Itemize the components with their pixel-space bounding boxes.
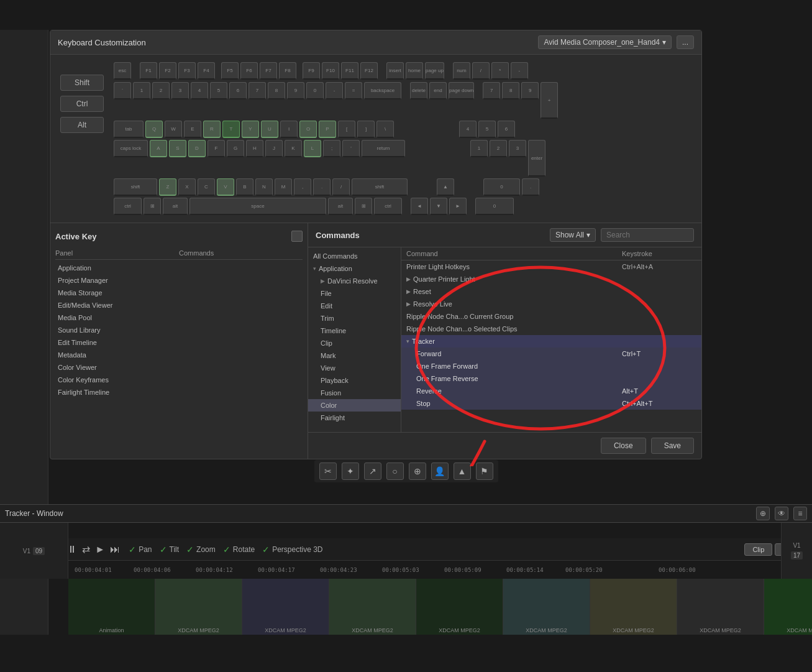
key-d[interactable]: D [188, 140, 206, 157]
key-backslash[interactable]: \ [376, 121, 394, 138]
key-8[interactable]: 8 [268, 82, 285, 99]
category-application[interactable]: ▾ Application [308, 262, 401, 275]
key-period[interactable]: . [313, 178, 331, 196]
list-item[interactable]: Fairlight Timeline [55, 387, 303, 398]
key-numstar[interactable]: * [491, 62, 509, 80]
pan-checkbox-item[interactable]: ✓ Pan [129, 545, 152, 555]
key-arrow-right[interactable]: ► [449, 198, 467, 215]
key-i[interactable]: I [280, 121, 298, 138]
key-f8[interactable]: F8 [279, 62, 296, 80]
key-0[interactable]: 0 [306, 82, 324, 99]
key-m[interactable]: M [275, 178, 292, 196]
key-num3[interactable]: 3 [509, 140, 526, 157]
key-return[interactable]: return [362, 140, 405, 157]
table-row[interactable]: One Frame Reverse [401, 372, 701, 385]
key-u[interactable]: U [261, 121, 278, 138]
loop-button[interactable]: ⇄ [81, 542, 91, 556]
list-item[interactable]: Color Viewer [55, 362, 303, 373]
tool-select-icon[interactable]: ↗ [364, 463, 381, 480]
table-row[interactable]: ▾ Tracker [401, 335, 701, 348]
key-slash[interactable]: / [332, 178, 350, 196]
key-esc[interactable]: esc [114, 62, 131, 80]
category-playback[interactable]: Playback [308, 374, 401, 387]
key-f5[interactable]: F5 [221, 62, 239, 80]
key-7[interactable]: 7 [249, 82, 266, 99]
key-z[interactable]: Z [159, 178, 176, 196]
category-fusion[interactable]: Fusion [308, 387, 401, 399]
key-home[interactable]: home [406, 62, 423, 80]
list-item[interactable]: Edit/Media Viewer [55, 300, 303, 311]
rotate-checkbox-item[interactable]: ✓ Rotate [223, 545, 255, 555]
key-6[interactable]: 6 [229, 82, 247, 99]
command-search-input[interactable] [601, 228, 694, 242]
list-item[interactable]: Edit Timeline [55, 337, 303, 348]
category-timeline[interactable]: Timeline [308, 324, 401, 337]
ctrl-modifier-key[interactable]: Ctrl [60, 96, 104, 112]
key-x[interactable]: X [178, 178, 196, 196]
key-1[interactable]: 1 [133, 82, 150, 99]
key-space[interactable]: space [189, 198, 326, 215]
list-item[interactable]: Application [55, 262, 303, 274]
key-pageup[interactable]: page up [425, 62, 444, 80]
play-button[interactable]: ► [94, 543, 106, 556]
key-comma[interactable]: , [294, 178, 311, 196]
key-s[interactable]: S [169, 140, 186, 157]
tool-flag-icon[interactable]: ⚑ [476, 463, 493, 480]
key-tab[interactable]: tab [114, 121, 144, 138]
key-f9[interactable]: F9 [303, 62, 320, 80]
key-equals[interactable]: = [345, 82, 362, 99]
key-a[interactable]: A [150, 140, 167, 157]
perspective-checkbox-item[interactable]: ✓ Perspective 3D [262, 545, 322, 555]
key-numslash[interactable]: / [472, 62, 490, 80]
key-numminus[interactable]: - [511, 62, 528, 80]
key-num5[interactable]: 5 [478, 121, 496, 138]
list-item[interactable]: Sound Library [55, 324, 303, 336]
key-f11[interactable]: F11 [341, 62, 358, 80]
key-end[interactable]: end [429, 82, 447, 99]
table-row[interactable]: Forward Ctrl+T [401, 348, 701, 360]
category-clip[interactable]: Clip [308, 337, 401, 349]
category-file[interactable]: File [308, 287, 401, 300]
table-row[interactable]: Reverse Alt+T [401, 385, 701, 397]
table-row[interactable]: Ripple Node Chan...o Selected Clips [401, 323, 701, 335]
key-insert[interactable]: insert [386, 62, 404, 80]
shift-modifier-key[interactable]: Shift [60, 75, 104, 91]
key-3[interactable]: 3 [171, 82, 189, 99]
close-button[interactable]: Close [601, 438, 646, 454]
key-f12[interactable]: F12 [360, 62, 378, 80]
key-num7[interactable]: 7 [483, 82, 500, 99]
tool-blade-icon[interactable]: ✦ [342, 463, 359, 480]
tool-paint-icon[interactable]: ▲ [454, 463, 471, 480]
tool-circle-icon[interactable]: ○ [386, 463, 404, 480]
category-mark[interactable]: Mark [308, 349, 401, 362]
key-j[interactable]: J [265, 140, 283, 157]
key-num1[interactable]: 1 [470, 140, 488, 157]
key-semicolon[interactable]: ; [323, 140, 340, 157]
key-g[interactable]: G [227, 140, 244, 157]
show-all-dropdown[interactable]: Show All ▾ [550, 228, 596, 242]
key-numdot[interactable]: . [522, 178, 539, 196]
table-row[interactable]: ▶ Reset [401, 285, 701, 298]
alt-modifier-key[interactable]: Alt [60, 117, 104, 133]
key-lbracket[interactable]: [ [338, 121, 355, 138]
key-y[interactable]: Y [242, 121, 259, 138]
table-row[interactable]: Ripple Node Cha...o Current Group [401, 310, 701, 323]
key-f[interactable]: F [208, 140, 225, 157]
key-num8[interactable]: 8 [502, 82, 519, 99]
panel-toggle-button[interactable] [291, 231, 303, 242]
key-o[interactable]: O [299, 121, 317, 138]
table-row[interactable]: Stop Ctrl+Alt+T [401, 397, 701, 410]
list-item[interactable]: Color Keyframes [55, 374, 303, 385]
key-arrow-down[interactable]: ▼ [430, 198, 447, 215]
key-n[interactable]: N [255, 178, 273, 196]
key-b[interactable]: B [236, 178, 253, 196]
key-numlock[interactable]: num [453, 62, 470, 80]
key-ctrl-left[interactable]: ctrl [114, 198, 142, 215]
key-num9[interactable]: 9 [521, 82, 539, 99]
key-win-left[interactable]: ⊞ [144, 198, 161, 215]
key-num4[interactable]: 4 [459, 121, 477, 138]
key-rbracket[interactable]: ] [357, 121, 375, 138]
category-trim[interactable]: Trim [308, 312, 401, 324]
table-row[interactable]: ▶ Resolve Live [401, 298, 701, 310]
category-edit[interactable]: Edit [308, 300, 401, 312]
